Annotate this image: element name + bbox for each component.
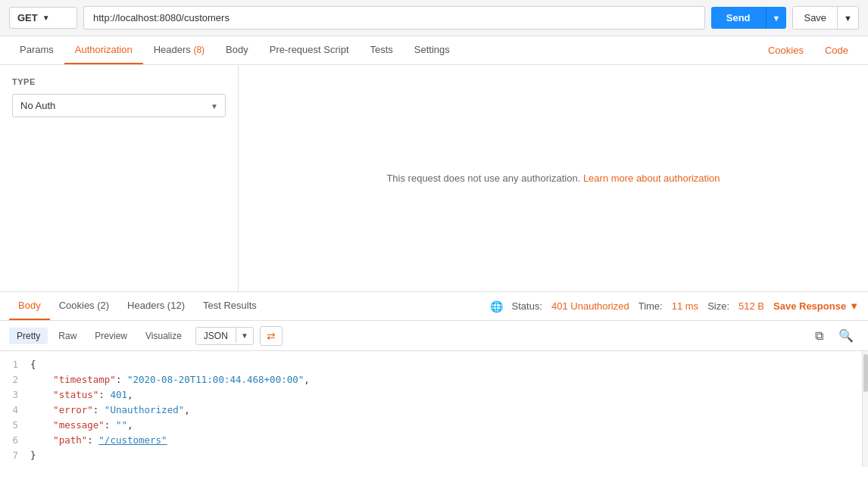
copy-icon-button[interactable]: ⧉: [810, 325, 829, 346]
main-content: TYPE No Auth API Key Bearer Token Basic …: [0, 65, 868, 292]
tab-authorization[interactable]: Authorization: [64, 36, 143, 64]
headers-resp-badge: (12): [167, 300, 185, 311]
status-value: 401 Unauthorized: [551, 300, 629, 312]
response-tabs-left: Body Cookies (2) Headers (12) Test Resul…: [9, 292, 266, 320]
line-num-3: 3: [0, 387, 30, 403]
auth-type-select[interactable]: No Auth API Key Bearer Token Basic Auth …: [12, 94, 226, 117]
line-content-1: {: [30, 357, 868, 372]
save-response-button[interactable]: Save Response ▼: [773, 300, 859, 312]
wrap-icon-button[interactable]: ⇄: [260, 326, 283, 346]
line-num-4: 4: [0, 403, 30, 418]
globe-icon: 🌐: [490, 300, 503, 313]
format-preview-button[interactable]: Preview: [87, 328, 135, 344]
code-line-4: 4 "error": "Unauthorized",: [0, 403, 868, 418]
resp-tab-body[interactable]: Body: [9, 292, 50, 320]
tab-body[interactable]: Body: [215, 36, 259, 64]
code-line-5: 5 "message": "",: [0, 418, 868, 433]
tab-headers[interactable]: Headers (8): [143, 36, 215, 64]
tab-tests[interactable]: Tests: [360, 36, 404, 64]
save-response-label: Save Response: [773, 300, 846, 312]
request-tabs-right: Cookies Code: [757, 37, 859, 64]
json-val-error: "Unauthorized": [105, 404, 184, 415]
code-line-1: 1 {: [0, 357, 868, 372]
json-val-status: 401: [110, 389, 127, 400]
top-bar: GET ▼ Send ▼ Save ▼: [0, 0, 868, 36]
auth-info-message: This request does not use any authorizat…: [386, 173, 580, 184]
vertical-scrollbar-track[interactable]: [862, 351, 868, 467]
json-key-message: "message": [53, 419, 105, 431]
line-content-7: }: [30, 448, 868, 463]
line-content-4: "error": "Unauthorized",: [30, 403, 868, 418]
line-num-6: 6: [0, 433, 30, 448]
json-key-error: "error": [53, 404, 93, 415]
line-content-6: "path": "/customers": [30, 433, 868, 448]
code-container: 1 { 2 "timestamp": "2020-08-20T11:00:44.…: [0, 351, 868, 467]
size-value: 512 B: [738, 300, 764, 312]
format-type-json-button[interactable]: JSON: [196, 328, 236, 344]
save-button-group: Save ▼: [792, 6, 859, 30]
line-content-3: "status": 401,: [30, 387, 868, 403]
method-chevron-icon: ▼: [42, 14, 50, 22]
url-input[interactable]: [83, 6, 705, 30]
type-label: TYPE: [12, 77, 226, 86]
status-label: Status:: [512, 300, 542, 312]
time-label: Time:: [639, 300, 663, 312]
request-tabs: Params Authorization Headers (8) Body Pr…: [0, 36, 868, 65]
response-tabs-right: 🌐 Status: 401 Unauthorized Time: 11 ms S…: [490, 300, 859, 313]
format-type-chevron-icon[interactable]: ▼: [236, 328, 253, 343]
headers-badge: (8): [193, 45, 205, 55]
format-bar: Pretty Raw Preview Visualize JSON ▼ ⇄ ⧉ …: [0, 321, 868, 351]
code-line-2: 2 "timestamp": "2020-08-20T11:00:44.468+…: [0, 372, 868, 387]
code-link[interactable]: Code: [814, 37, 859, 64]
send-button[interactable]: Send: [711, 7, 766, 29]
size-label: Size:: [707, 300, 729, 312]
line-num-7: 7: [0, 448, 30, 463]
json-key-timestamp: "timestamp": [53, 374, 116, 385]
save-dropdown-button[interactable]: ▼: [837, 7, 858, 29]
json-val-timestamp: "2020-08-20T11:00:44.468+00:00": [127, 374, 304, 385]
code-area[interactable]: 1 { 2 "timestamp": "2020-08-20T11:00:44.…: [0, 351, 868, 467]
cookies-link[interactable]: Cookies: [757, 37, 814, 64]
send-dropdown-button[interactable]: ▼: [766, 7, 787, 29]
code-line-6: 6 "path": "/customers": [0, 433, 868, 448]
auth-info-text: This request does not use any authorizat…: [386, 173, 720, 184]
format-type-select-group: JSON ▼: [195, 327, 254, 345]
vertical-scrollbar-thumb: [863, 354, 868, 392]
request-tabs-left: Params Authorization Headers (8) Body Pr…: [9, 36, 461, 64]
format-right-actions: ⧉ 🔍: [810, 325, 859, 346]
save-button[interactable]: Save: [793, 7, 837, 29]
cookies-resp-badge: (2): [97, 300, 109, 311]
auth-info-panel: This request does not use any authorizat…: [239, 65, 868, 291]
line-num-2: 2: [0, 372, 30, 387]
search-icon-button[interactable]: 🔍: [833, 325, 859, 346]
line-content-5: "message": "",: [30, 418, 868, 433]
json-key-status: "status": [53, 389, 98, 400]
format-raw-button[interactable]: Raw: [51, 328, 84, 344]
line-num-1: 1: [0, 357, 30, 372]
response-tabs-bar: Body Cookies (2) Headers (12) Test Resul…: [0, 292, 868, 321]
format-pretty-button[interactable]: Pretty: [9, 328, 48, 344]
auth-type-select-wrapper: No Auth API Key Bearer Token Basic Auth …: [12, 94, 226, 117]
code-line-7: 7 }: [0, 448, 868, 463]
send-button-group: Send ▼: [711, 7, 787, 29]
tab-settings[interactable]: Settings: [404, 36, 461, 64]
method-value: GET: [17, 12, 38, 23]
tab-pre-request-script[interactable]: Pre-request Script: [259, 36, 360, 64]
resp-tab-cookies[interactable]: Cookies (2): [50, 292, 118, 320]
auth-panel: TYPE No Auth API Key Bearer Token Basic …: [0, 65, 239, 291]
json-val-message: "": [116, 419, 127, 431]
line-content-2: "timestamp": "2020-08-20T11:00:44.468+00…: [30, 372, 868, 387]
format-visualize-button[interactable]: Visualize: [138, 328, 189, 344]
line-num-5: 5: [0, 418, 30, 433]
auth-learn-more-link[interactable]: Learn more about authorization: [583, 173, 720, 184]
tab-params[interactable]: Params: [9, 36, 64, 64]
code-line-3: 3 "status": 401,: [0, 387, 868, 403]
save-response-chevron-icon: ▼: [849, 300, 859, 312]
json-key-path: "path": [53, 434, 87, 446]
method-select[interactable]: GET ▼: [9, 7, 77, 29]
resp-tab-test-results[interactable]: Test Results: [194, 292, 266, 320]
json-val-path-link[interactable]: "/customers": [98, 434, 167, 446]
resp-tab-headers[interactable]: Headers (12): [118, 292, 194, 320]
time-value: 11 ms: [672, 300, 698, 312]
